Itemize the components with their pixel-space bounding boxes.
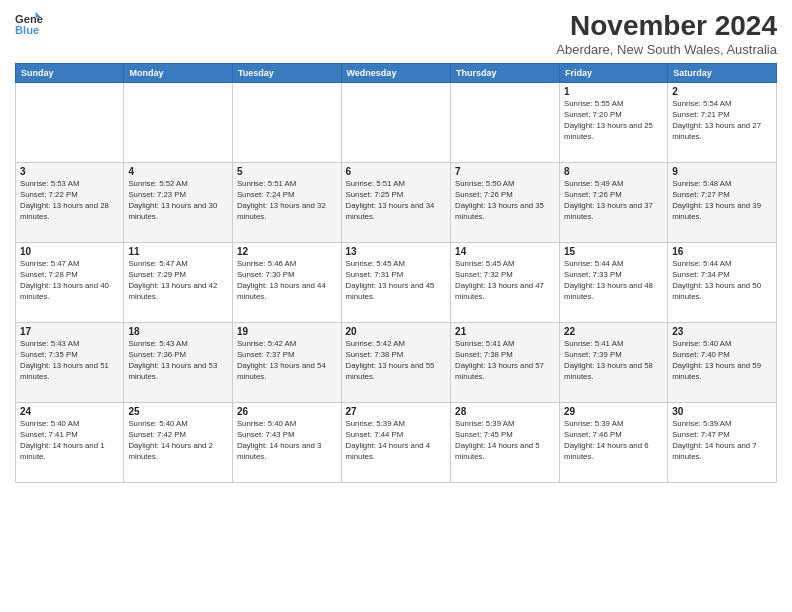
day-number: 8 xyxy=(564,166,663,177)
day-info: Sunrise: 5:44 AM Sunset: 7:33 PM Dayligh… xyxy=(564,259,663,303)
week-row-0: 1Sunrise: 5:55 AM Sunset: 7:20 PM Daylig… xyxy=(16,83,777,163)
day-number: 5 xyxy=(237,166,337,177)
table-row: 23Sunrise: 5:40 AM Sunset: 7:40 PM Dayli… xyxy=(668,323,777,403)
header-monday: Monday xyxy=(124,64,233,83)
day-number: 15 xyxy=(564,246,663,257)
day-number: 19 xyxy=(237,326,337,337)
table-row: 22Sunrise: 5:41 AM Sunset: 7:39 PM Dayli… xyxy=(560,323,668,403)
day-number: 21 xyxy=(455,326,555,337)
table-row: 27Sunrise: 5:39 AM Sunset: 7:44 PM Dayli… xyxy=(341,403,451,483)
day-info: Sunrise: 5:42 AM Sunset: 7:37 PM Dayligh… xyxy=(237,339,337,383)
day-info: Sunrise: 5:40 AM Sunset: 7:40 PM Dayligh… xyxy=(672,339,772,383)
day-info: Sunrise: 5:48 AM Sunset: 7:27 PM Dayligh… xyxy=(672,179,772,223)
day-info: Sunrise: 5:39 AM Sunset: 7:45 PM Dayligh… xyxy=(455,419,555,463)
day-number: 13 xyxy=(346,246,447,257)
day-info: Sunrise: 5:52 AM Sunset: 7:23 PM Dayligh… xyxy=(128,179,228,223)
day-info: Sunrise: 5:39 AM Sunset: 7:47 PM Dayligh… xyxy=(672,419,772,463)
calendar: Sunday Monday Tuesday Wednesday Thursday… xyxy=(15,63,777,483)
day-info: Sunrise: 5:45 AM Sunset: 7:32 PM Dayligh… xyxy=(455,259,555,303)
day-info: Sunrise: 5:51 AM Sunset: 7:24 PM Dayligh… xyxy=(237,179,337,223)
title-block: November 2024 Aberdare, New South Wales,… xyxy=(556,10,777,57)
day-info: Sunrise: 5:51 AM Sunset: 7:25 PM Dayligh… xyxy=(346,179,447,223)
week-row-2: 10Sunrise: 5:47 AM Sunset: 7:28 PM Dayli… xyxy=(16,243,777,323)
day-number: 18 xyxy=(128,326,228,337)
day-info: Sunrise: 5:43 AM Sunset: 7:36 PM Dayligh… xyxy=(128,339,228,383)
day-number: 9 xyxy=(672,166,772,177)
table-row: 29Sunrise: 5:39 AM Sunset: 7:46 PM Dayli… xyxy=(560,403,668,483)
table-row: 30Sunrise: 5:39 AM Sunset: 7:47 PM Dayli… xyxy=(668,403,777,483)
table-row: 18Sunrise: 5:43 AM Sunset: 7:36 PM Dayli… xyxy=(124,323,233,403)
month-title: November 2024 xyxy=(556,10,777,42)
table-row: 3Sunrise: 5:53 AM Sunset: 7:22 PM Daylig… xyxy=(16,163,124,243)
day-number: 24 xyxy=(20,406,119,417)
table-row xyxy=(341,83,451,163)
table-row xyxy=(124,83,233,163)
header-tuesday: Tuesday xyxy=(232,64,341,83)
day-number: 29 xyxy=(564,406,663,417)
day-number: 4 xyxy=(128,166,228,177)
table-row xyxy=(232,83,341,163)
day-number: 27 xyxy=(346,406,447,417)
header-wednesday: Wednesday xyxy=(341,64,451,83)
table-row: 13Sunrise: 5:45 AM Sunset: 7:31 PM Dayli… xyxy=(341,243,451,323)
day-number: 11 xyxy=(128,246,228,257)
calendar-header-row: Sunday Monday Tuesday Wednesday Thursday… xyxy=(16,64,777,83)
logo: General Blue xyxy=(15,10,43,38)
table-row: 11Sunrise: 5:47 AM Sunset: 7:29 PM Dayli… xyxy=(124,243,233,323)
day-info: Sunrise: 5:49 AM Sunset: 7:26 PM Dayligh… xyxy=(564,179,663,223)
day-number: 14 xyxy=(455,246,555,257)
day-info: Sunrise: 5:40 AM Sunset: 7:41 PM Dayligh… xyxy=(20,419,119,463)
table-row: 26Sunrise: 5:40 AM Sunset: 7:43 PM Dayli… xyxy=(232,403,341,483)
location: Aberdare, New South Wales, Australia xyxy=(556,42,777,57)
table-row: 7Sunrise: 5:50 AM Sunset: 7:26 PM Daylig… xyxy=(451,163,560,243)
svg-text:Blue: Blue xyxy=(15,24,39,36)
header-thursday: Thursday xyxy=(451,64,560,83)
day-number: 30 xyxy=(672,406,772,417)
header-friday: Friday xyxy=(560,64,668,83)
day-info: Sunrise: 5:41 AM Sunset: 7:39 PM Dayligh… xyxy=(564,339,663,383)
day-info: Sunrise: 5:44 AM Sunset: 7:34 PM Dayligh… xyxy=(672,259,772,303)
table-row: 15Sunrise: 5:44 AM Sunset: 7:33 PM Dayli… xyxy=(560,243,668,323)
day-info: Sunrise: 5:40 AM Sunset: 7:42 PM Dayligh… xyxy=(128,419,228,463)
table-row: 28Sunrise: 5:39 AM Sunset: 7:45 PM Dayli… xyxy=(451,403,560,483)
day-number: 20 xyxy=(346,326,447,337)
day-number: 12 xyxy=(237,246,337,257)
header-sunday: Sunday xyxy=(16,64,124,83)
day-info: Sunrise: 5:39 AM Sunset: 7:44 PM Dayligh… xyxy=(346,419,447,463)
day-number: 7 xyxy=(455,166,555,177)
table-row: 10Sunrise: 5:47 AM Sunset: 7:28 PM Dayli… xyxy=(16,243,124,323)
day-info: Sunrise: 5:55 AM Sunset: 7:20 PM Dayligh… xyxy=(564,99,663,143)
table-row: 17Sunrise: 5:43 AM Sunset: 7:35 PM Dayli… xyxy=(16,323,124,403)
day-info: Sunrise: 5:43 AM Sunset: 7:35 PM Dayligh… xyxy=(20,339,119,383)
table-row: 21Sunrise: 5:41 AM Sunset: 7:38 PM Dayli… xyxy=(451,323,560,403)
header-saturday: Saturday xyxy=(668,64,777,83)
day-info: Sunrise: 5:45 AM Sunset: 7:31 PM Dayligh… xyxy=(346,259,447,303)
day-number: 3 xyxy=(20,166,119,177)
day-number: 22 xyxy=(564,326,663,337)
day-info: Sunrise: 5:50 AM Sunset: 7:26 PM Dayligh… xyxy=(455,179,555,223)
svg-text:General: General xyxy=(15,13,43,25)
table-row: 25Sunrise: 5:40 AM Sunset: 7:42 PM Dayli… xyxy=(124,403,233,483)
table-row: 1Sunrise: 5:55 AM Sunset: 7:20 PM Daylig… xyxy=(560,83,668,163)
week-row-3: 17Sunrise: 5:43 AM Sunset: 7:35 PM Dayli… xyxy=(16,323,777,403)
table-row: 14Sunrise: 5:45 AM Sunset: 7:32 PM Dayli… xyxy=(451,243,560,323)
table-row: 6Sunrise: 5:51 AM Sunset: 7:25 PM Daylig… xyxy=(341,163,451,243)
day-info: Sunrise: 5:40 AM Sunset: 7:43 PM Dayligh… xyxy=(237,419,337,463)
day-number: 6 xyxy=(346,166,447,177)
table-row: 8Sunrise: 5:49 AM Sunset: 7:26 PM Daylig… xyxy=(560,163,668,243)
table-row: 5Sunrise: 5:51 AM Sunset: 7:24 PM Daylig… xyxy=(232,163,341,243)
page: General Blue November 2024 Aberdare, New… xyxy=(0,0,792,612)
day-number: 26 xyxy=(237,406,337,417)
logo-icon: General Blue xyxy=(15,10,43,38)
table-row: 16Sunrise: 5:44 AM Sunset: 7:34 PM Dayli… xyxy=(668,243,777,323)
day-info: Sunrise: 5:47 AM Sunset: 7:29 PM Dayligh… xyxy=(128,259,228,303)
day-info: Sunrise: 5:54 AM Sunset: 7:21 PM Dayligh… xyxy=(672,99,772,143)
day-number: 1 xyxy=(564,86,663,97)
day-number: 2 xyxy=(672,86,772,97)
table-row xyxy=(16,83,124,163)
day-number: 16 xyxy=(672,246,772,257)
day-number: 23 xyxy=(672,326,772,337)
day-info: Sunrise: 5:47 AM Sunset: 7:28 PM Dayligh… xyxy=(20,259,119,303)
day-info: Sunrise: 5:39 AM Sunset: 7:46 PM Dayligh… xyxy=(564,419,663,463)
day-number: 17 xyxy=(20,326,119,337)
